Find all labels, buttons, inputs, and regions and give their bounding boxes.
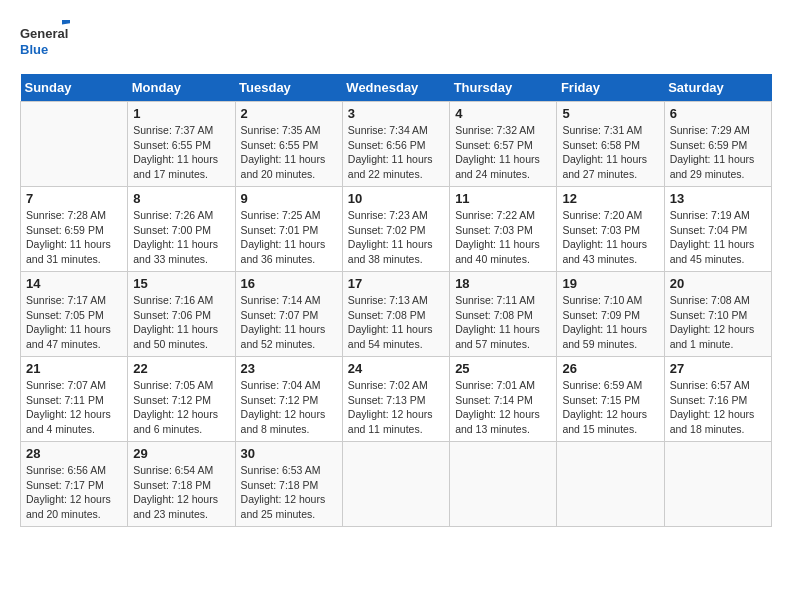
day-number: 9 <box>241 191 337 206</box>
weekday-header: Sunday <box>21 74 128 102</box>
logo-svg: General Blue <box>20 20 70 64</box>
calendar-week-row: 28Sunrise: 6:56 AMSunset: 7:17 PMDayligh… <box>21 442 772 527</box>
calendar-cell: 3Sunrise: 7:34 AMSunset: 6:56 PMDaylight… <box>342 102 449 187</box>
weekday-header: Friday <box>557 74 664 102</box>
day-number: 10 <box>348 191 444 206</box>
logo: General Blue <box>20 20 70 64</box>
day-info: Sunrise: 7:20 AMSunset: 7:03 PMDaylight:… <box>562 208 658 267</box>
day-info: Sunrise: 7:14 AMSunset: 7:07 PMDaylight:… <box>241 293 337 352</box>
day-info: Sunrise: 7:13 AMSunset: 7:08 PMDaylight:… <box>348 293 444 352</box>
day-number: 13 <box>670 191 766 206</box>
day-number: 4 <box>455 106 551 121</box>
calendar-cell: 18Sunrise: 7:11 AMSunset: 7:08 PMDayligh… <box>450 272 557 357</box>
day-info: Sunrise: 7:28 AMSunset: 6:59 PMDaylight:… <box>26 208 122 267</box>
calendar-cell: 8Sunrise: 7:26 AMSunset: 7:00 PMDaylight… <box>128 187 235 272</box>
calendar-cell: 27Sunrise: 6:57 AMSunset: 7:16 PMDayligh… <box>664 357 771 442</box>
day-number: 12 <box>562 191 658 206</box>
day-number: 21 <box>26 361 122 376</box>
day-number: 17 <box>348 276 444 291</box>
day-info: Sunrise: 7:19 AMSunset: 7:04 PMDaylight:… <box>670 208 766 267</box>
day-info: Sunrise: 7:07 AMSunset: 7:11 PMDaylight:… <box>26 378 122 437</box>
day-number: 25 <box>455 361 551 376</box>
calendar-cell: 6Sunrise: 7:29 AMSunset: 6:59 PMDaylight… <box>664 102 771 187</box>
calendar-table: SundayMondayTuesdayWednesdayThursdayFrid… <box>20 74 772 527</box>
day-info: Sunrise: 7:08 AMSunset: 7:10 PMDaylight:… <box>670 293 766 352</box>
calendar-cell: 1Sunrise: 7:37 AMSunset: 6:55 PMDaylight… <box>128 102 235 187</box>
day-number: 30 <box>241 446 337 461</box>
weekday-header: Wednesday <box>342 74 449 102</box>
day-number: 22 <box>133 361 229 376</box>
calendar-cell: 13Sunrise: 7:19 AMSunset: 7:04 PMDayligh… <box>664 187 771 272</box>
calendar-cell: 24Sunrise: 7:02 AMSunset: 7:13 PMDayligh… <box>342 357 449 442</box>
calendar-cell: 15Sunrise: 7:16 AMSunset: 7:06 PMDayligh… <box>128 272 235 357</box>
calendar-cell <box>21 102 128 187</box>
weekday-header-row: SundayMondayTuesdayWednesdayThursdayFrid… <box>21 74 772 102</box>
day-info: Sunrise: 7:16 AMSunset: 7:06 PMDaylight:… <box>133 293 229 352</box>
day-number: 18 <box>455 276 551 291</box>
day-number: 20 <box>670 276 766 291</box>
calendar-cell: 11Sunrise: 7:22 AMSunset: 7:03 PMDayligh… <box>450 187 557 272</box>
calendar-cell: 7Sunrise: 7:28 AMSunset: 6:59 PMDaylight… <box>21 187 128 272</box>
day-info: Sunrise: 7:02 AMSunset: 7:13 PMDaylight:… <box>348 378 444 437</box>
day-number: 8 <box>133 191 229 206</box>
day-number: 6 <box>670 106 766 121</box>
calendar-cell: 4Sunrise: 7:32 AMSunset: 6:57 PMDaylight… <box>450 102 557 187</box>
day-info: Sunrise: 7:32 AMSunset: 6:57 PMDaylight:… <box>455 123 551 182</box>
day-info: Sunrise: 7:34 AMSunset: 6:56 PMDaylight:… <box>348 123 444 182</box>
svg-text:Blue: Blue <box>20 42 48 57</box>
day-number: 28 <box>26 446 122 461</box>
page-header: General Blue <box>20 20 772 64</box>
svg-marker-2 <box>62 20 70 25</box>
calendar-cell: 10Sunrise: 7:23 AMSunset: 7:02 PMDayligh… <box>342 187 449 272</box>
day-info: Sunrise: 7:05 AMSunset: 7:12 PMDaylight:… <box>133 378 229 437</box>
calendar-cell <box>664 442 771 527</box>
day-number: 16 <box>241 276 337 291</box>
weekday-header: Tuesday <box>235 74 342 102</box>
day-info: Sunrise: 7:23 AMSunset: 7:02 PMDaylight:… <box>348 208 444 267</box>
day-info: Sunrise: 6:59 AMSunset: 7:15 PMDaylight:… <box>562 378 658 437</box>
weekday-header: Saturday <box>664 74 771 102</box>
calendar-week-row: 1Sunrise: 7:37 AMSunset: 6:55 PMDaylight… <box>21 102 772 187</box>
day-number: 1 <box>133 106 229 121</box>
calendar-cell: 30Sunrise: 6:53 AMSunset: 7:18 PMDayligh… <box>235 442 342 527</box>
calendar-cell: 21Sunrise: 7:07 AMSunset: 7:11 PMDayligh… <box>21 357 128 442</box>
calendar-cell: 22Sunrise: 7:05 AMSunset: 7:12 PMDayligh… <box>128 357 235 442</box>
day-info: Sunrise: 6:54 AMSunset: 7:18 PMDaylight:… <box>133 463 229 522</box>
day-number: 15 <box>133 276 229 291</box>
day-number: 11 <box>455 191 551 206</box>
calendar-cell: 29Sunrise: 6:54 AMSunset: 7:18 PMDayligh… <box>128 442 235 527</box>
day-number: 14 <box>26 276 122 291</box>
weekday-header: Monday <box>128 74 235 102</box>
day-number: 7 <box>26 191 122 206</box>
calendar-cell: 20Sunrise: 7:08 AMSunset: 7:10 PMDayligh… <box>664 272 771 357</box>
day-info: Sunrise: 6:56 AMSunset: 7:17 PMDaylight:… <box>26 463 122 522</box>
day-info: Sunrise: 7:11 AMSunset: 7:08 PMDaylight:… <box>455 293 551 352</box>
calendar-week-row: 14Sunrise: 7:17 AMSunset: 7:05 PMDayligh… <box>21 272 772 357</box>
day-number: 23 <box>241 361 337 376</box>
calendar-cell <box>557 442 664 527</box>
day-info: Sunrise: 7:10 AMSunset: 7:09 PMDaylight:… <box>562 293 658 352</box>
calendar-cell: 23Sunrise: 7:04 AMSunset: 7:12 PMDayligh… <box>235 357 342 442</box>
day-info: Sunrise: 7:31 AMSunset: 6:58 PMDaylight:… <box>562 123 658 182</box>
day-info: Sunrise: 7:25 AMSunset: 7:01 PMDaylight:… <box>241 208 337 267</box>
day-number: 24 <box>348 361 444 376</box>
calendar-cell <box>342 442 449 527</box>
calendar-cell <box>450 442 557 527</box>
day-info: Sunrise: 7:01 AMSunset: 7:14 PMDaylight:… <box>455 378 551 437</box>
calendar-cell: 2Sunrise: 7:35 AMSunset: 6:55 PMDaylight… <box>235 102 342 187</box>
day-info: Sunrise: 7:37 AMSunset: 6:55 PMDaylight:… <box>133 123 229 182</box>
day-number: 26 <box>562 361 658 376</box>
day-info: Sunrise: 6:57 AMSunset: 7:16 PMDaylight:… <box>670 378 766 437</box>
day-number: 2 <box>241 106 337 121</box>
calendar-cell: 14Sunrise: 7:17 AMSunset: 7:05 PMDayligh… <box>21 272 128 357</box>
calendar-cell: 25Sunrise: 7:01 AMSunset: 7:14 PMDayligh… <box>450 357 557 442</box>
day-number: 29 <box>133 446 229 461</box>
calendar-cell: 26Sunrise: 6:59 AMSunset: 7:15 PMDayligh… <box>557 357 664 442</box>
calendar-cell: 9Sunrise: 7:25 AMSunset: 7:01 PMDaylight… <box>235 187 342 272</box>
svg-text:General: General <box>20 26 68 41</box>
calendar-cell: 17Sunrise: 7:13 AMSunset: 7:08 PMDayligh… <box>342 272 449 357</box>
day-info: Sunrise: 7:35 AMSunset: 6:55 PMDaylight:… <box>241 123 337 182</box>
calendar-week-row: 21Sunrise: 7:07 AMSunset: 7:11 PMDayligh… <box>21 357 772 442</box>
day-info: Sunrise: 7:17 AMSunset: 7:05 PMDaylight:… <box>26 293 122 352</box>
weekday-header: Thursday <box>450 74 557 102</box>
